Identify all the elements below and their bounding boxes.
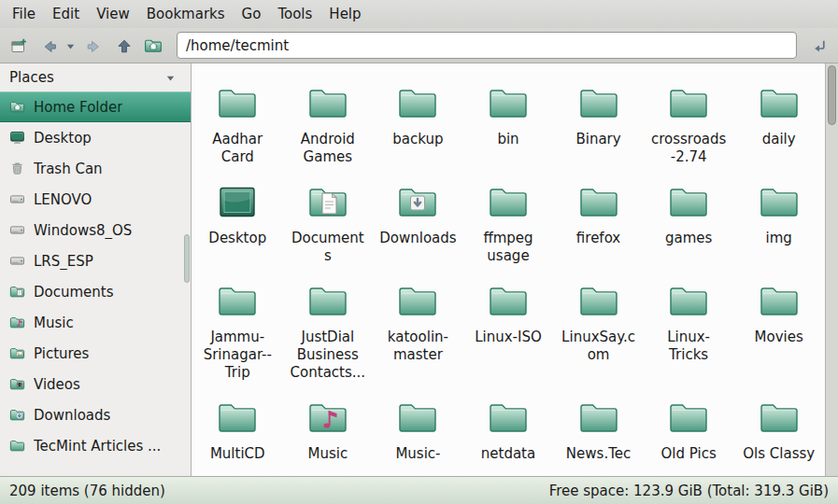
sidebar-item-label: Downloads — [34, 407, 110, 424]
file-news-tec[interactable]: News.Tec — [553, 382, 644, 463]
sidebar-item-music[interactable]: Music — [0, 307, 191, 338]
file-label: Movies — [755, 329, 803, 346]
file-katoolin-master[interactable]: katoolin-master — [373, 265, 463, 382]
folder-icon — [305, 279, 350, 324]
desktop-icon — [9, 130, 25, 146]
menu-edit[interactable]: Edit — [44, 1, 88, 27]
folder-icon — [576, 279, 621, 324]
free-space-text: Free space: 123.9 GiB (Total: 319.3 GiB) — [549, 483, 829, 499]
file-label: Ols Classy — [743, 445, 815, 463]
drive-icon — [9, 191, 25, 207]
folder-documents-icon — [9, 284, 25, 300]
home-icon — [144, 36, 163, 55]
menu-help[interactable]: Help — [320, 1, 369, 27]
places-header-label: Places — [9, 69, 54, 86]
folder-videos-icon — [9, 376, 25, 392]
folder-music-icon — [9, 315, 25, 330]
menu-go[interactable]: Go — [234, 1, 270, 27]
toolbar — [0, 28, 838, 63]
file-backup[interactable]: backup — [373, 67, 463, 166]
sidebar-item-label: Trash Can — [34, 161, 103, 177]
sidebar-item-desktop[interactable]: Desktop — [0, 122, 191, 153]
file-downloads[interactable]: Downloads — [373, 166, 463, 265]
file-android-games[interactable]: Android Games — [283, 67, 374, 166]
file-label: News.Tec — [566, 445, 631, 463]
sidebar-item-trash-can[interactable]: Trash Can — [0, 153, 191, 184]
folder-icon — [215, 279, 260, 324]
path-input[interactable] — [177, 32, 797, 59]
forward-button[interactable] — [79, 32, 107, 60]
sidebar-item-label: Windows8_OS — [34, 222, 132, 239]
menubar: FileEditViewBookmarksGoToolsHelp — [0, 0, 838, 28]
places-list: Home FolderDesktopTrash CanLENOVOWindows… — [0, 91, 191, 461]
folder-icon — [757, 396, 802, 441]
folder-icon — [486, 396, 531, 441]
file-jammu-srinagar-trip[interactable]: Jammu-Srinagar--Trip — [192, 265, 283, 382]
scrollbar-thumb[interactable] — [828, 65, 836, 125]
file-ols-classy[interactable]: Ols Classy — [733, 382, 824, 463]
menu-bookmarks[interactable]: Bookmarks — [138, 1, 234, 27]
file-grid: Aadhar Card Android Games backup bin Bin… — [192, 63, 825, 476]
menu-view[interactable]: View — [88, 1, 138, 27]
file-music[interactable]: Music- — [373, 382, 463, 463]
folder-icon — [486, 279, 531, 324]
folder-music-icon — [305, 396, 350, 441]
file-documents[interactable]: Documents — [283, 166, 374, 265]
file-old-pics[interactable]: Old Pics — [644, 382, 734, 463]
sidebar-item-home-folder[interactable]: Home Folder — [0, 91, 191, 122]
go-button[interactable] — [804, 32, 832, 60]
sidebar-item-pictures[interactable]: Pictures — [0, 338, 191, 369]
file-label: bin — [497, 131, 518, 148]
file-ffmpeg-usage[interactable]: ffmpeg usage — [463, 166, 554, 265]
file-label: Old Pics — [661, 445, 717, 463]
file-multicd[interactable]: MultiCD — [192, 382, 283, 463]
sidebar-item-lenovo[interactable]: LENOVO — [0, 184, 191, 215]
file-games[interactable]: games — [644, 166, 734, 265]
home-button[interactable] — [139, 32, 167, 60]
file-music[interactable]: Music — [283, 382, 374, 463]
item-count-text: 209 items (76 hidden) — [9, 483, 165, 499]
sidebar-item-label: Pictures — [34, 345, 89, 362]
sidebar-item-label: Documents — [34, 284, 114, 301]
file-linux-tricks[interactable]: Linux-Tricks — [644, 265, 734, 382]
file-linux-iso[interactable]: Linux-ISO — [463, 265, 554, 382]
file-bin[interactable]: bin — [463, 67, 554, 166]
sidebar-item-videos[interactable]: Videos — [0, 369, 191, 399]
sidebar-item-windows8-os[interactable]: Windows8_OS — [0, 215, 191, 245]
folder-icon — [666, 396, 711, 441]
file-crossroads-2-74[interactable]: crossroads-2.74 — [644, 67, 734, 166]
vertical-scrollbar[interactable] — [825, 63, 838, 476]
file-justdial-business-contacts[interactable]: JustDial Business Contacts... — [283, 265, 374, 382]
file-img[interactable]: img — [733, 166, 824, 265]
places-header[interactable]: Places — [0, 63, 191, 91]
file-binary[interactable]: Binary — [553, 67, 644, 166]
history-dropdown-icon — [63, 37, 79, 54]
sidebar-item-tecmint-articles[interactable]: TecMint Articles ... — [0, 430, 191, 461]
file-label: Jammu-Srinagar--Trip — [198, 329, 277, 382]
folder-pictures-icon — [9, 345, 25, 361]
up-button[interactable] — [109, 32, 137, 60]
statusbar: 209 items (76 hidden) Free space: 123.9 … — [0, 476, 838, 504]
file-label: firefox — [576, 230, 620, 247]
file-netdata[interactable]: netdata — [463, 382, 554, 463]
folder-icon — [486, 180, 531, 225]
file-daily[interactable]: daily — [733, 67, 824, 166]
history-dropdown-button[interactable] — [64, 32, 78, 60]
file-label: LinuxSay.com — [559, 329, 638, 364]
file-linuxsay-com[interactable]: LinuxSay.com — [553, 265, 644, 382]
sidebar-scrollbar-thumb[interactable] — [184, 234, 190, 283]
file-aadhar-card[interactable]: Aadhar Card — [192, 67, 283, 166]
sidebar-item-documents[interactable]: Documents — [0, 276, 191, 307]
sidebar-item-downloads[interactable]: Downloads — [0, 399, 191, 430]
file-desktop[interactable]: Desktop — [192, 166, 283, 265]
go-icon — [810, 37, 827, 54]
new-tab-button[interactable] — [4, 32, 32, 60]
file-movies[interactable]: Movies — [733, 265, 824, 382]
sidebar-item-lrs-esp[interactable]: LRS_ESP — [0, 245, 191, 276]
menu-file[interactable]: File — [4, 1, 44, 27]
file-firefox[interactable]: firefox — [553, 166, 644, 265]
folder-icon — [757, 81, 802, 126]
folder-icon — [215, 396, 260, 441]
menu-tools[interactable]: Tools — [269, 1, 320, 27]
back-button[interactable] — [34, 32, 62, 60]
